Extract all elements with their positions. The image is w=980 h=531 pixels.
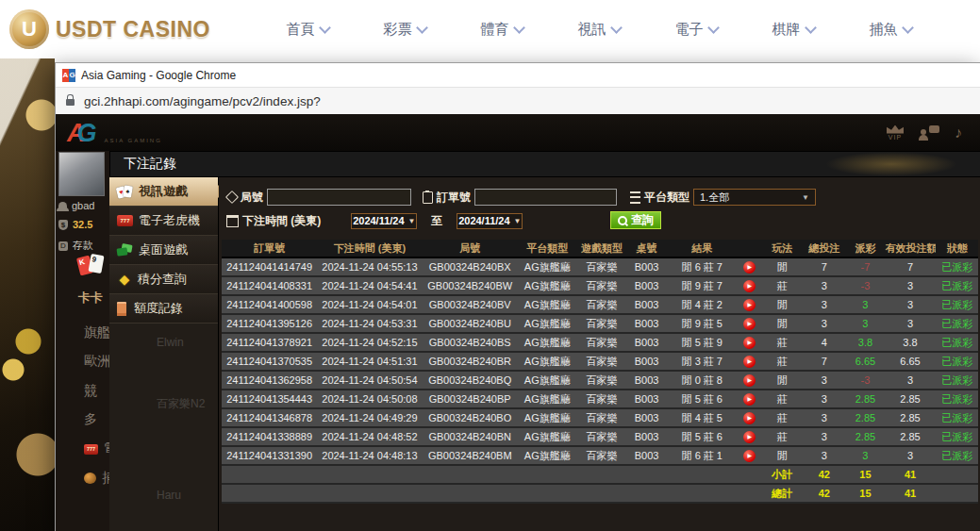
cell-payout: -3 — [846, 371, 885, 390]
play-button[interactable] — [743, 450, 756, 462]
cell-status: 已派彩 — [936, 408, 978, 427]
url-bar[interactable]: gci.2hhapi.com/agingame/pcv2/index.jsp? — [56, 87, 980, 115]
play-button[interactable] — [743, 393, 756, 406]
subtotal-row-game — [577, 465, 627, 484]
support-chat-icon[interactable] — [919, 125, 939, 141]
cell-result: 閒 4 莊 2 — [667, 295, 738, 314]
music-icon[interactable] — [955, 124, 962, 141]
magnifier-icon — [618, 216, 627, 225]
cell-bet: 3 — [803, 276, 847, 295]
cell-platform: AG旗艦廳 — [518, 390, 577, 408]
chevron-down-icon — [417, 22, 429, 34]
cell-game: 百家樂 — [577, 427, 627, 446]
cell-time: 2024-11-24 04:49:29 — [317, 408, 422, 427]
ag-favicon-icon: AG — [62, 69, 75, 82]
cell-play — [738, 295, 762, 314]
cell-result: 閒 9 莊 5 — [667, 314, 738, 333]
cell-time: 2024-11-24 04:53:31 — [317, 314, 422, 333]
cell-valid: 2.85 — [885, 408, 937, 427]
total-row-valid: 41 — [885, 484, 937, 503]
platform-select[interactable]: 1.全部 — [693, 189, 816, 206]
cell-result: 閒 3 莊 7 — [667, 352, 738, 371]
cell-table_no: B003 — [626, 333, 667, 352]
play-button[interactable] — [743, 318, 756, 330]
cell-bet: 7 — [803, 257, 847, 276]
nav-item-3[interactable]: 體育 — [454, 21, 551, 39]
total-row-bet: 42 — [803, 484, 847, 503]
nav-item-6[interactable]: 棋牌 — [745, 21, 842, 39]
search-button[interactable]: 查詢 — [610, 211, 661, 229]
promo-art — [0, 58, 55, 531]
cell-time: 2024-11-24 04:48:13 — [317, 446, 422, 465]
cell-payout: 3 — [846, 314, 885, 333]
sidebar-item-4[interactable]: ◆積分查詢 — [109, 265, 218, 294]
cell-bet: 3 — [803, 427, 847, 446]
cell-method: 莊 — [762, 333, 803, 352]
cell-time: 2024-11-24 04:48:52 — [317, 427, 422, 446]
chevron-down-icon — [708, 22, 721, 34]
ag-logo[interactable]: AG ASIA GAMING — [67, 119, 162, 147]
vip-icon[interactable]: VIP — [887, 125, 904, 141]
sidebar-item-2[interactable]: 777電子老虎機 — [109, 207, 218, 236]
lobby-menu-label: 競 — [84, 383, 97, 400]
sidebar-item-1[interactable]: ♥♠視訊遊戲 — [109, 177, 218, 207]
order-input[interactable] — [474, 189, 617, 206]
sidebar-item-5[interactable]: 額度記錄 — [109, 294, 218, 324]
lobby-menu-item[interactable]: 旗艦 — [84, 324, 110, 341]
window-titlebar[interactable]: AG Asia Gaming - Google Chrome — [56, 63, 980, 87]
cell-time: 2024-11-24 04:50:54 — [317, 371, 422, 390]
total-row-time — [317, 484, 422, 503]
lobby-menu-item[interactable]: 多 — [84, 411, 97, 428]
cell-play — [738, 371, 762, 390]
total-row-order — [222, 484, 317, 503]
lobby-menu-item[interactable]: 競 — [84, 383, 97, 400]
play-button[interactable] — [743, 431, 756, 443]
subtotal-row-method: 小計 — [762, 465, 803, 484]
bet-records-table: 訂單號下注時間 (美東)局號平台類型遊戲類型桌號結果玩法總投注派彩有效投注額狀態… — [222, 240, 978, 504]
logo-badge-icon: U — [9, 9, 49, 49]
round-input[interactable] — [267, 189, 411, 206]
subtotal-row-round — [423, 465, 518, 484]
date-from-select[interactable]: 2024/11/24 — [351, 213, 417, 229]
cell-game: 百家樂 — [577, 257, 627, 276]
nav-item-4[interactable]: 視訊 — [551, 21, 648, 39]
play-button[interactable] — [743, 299, 756, 311]
sidebar-item-3[interactable]: 桌面遊戲 — [109, 236, 218, 265]
date-to-select[interactable]: 2024/11/24 — [457, 213, 523, 229]
cell-status: 已派彩 — [936, 333, 978, 352]
cell-result: 閒 0 莊 8 — [667, 371, 738, 390]
total-row-payout: 15 — [846, 484, 885, 503]
nav-item-label: 電子 — [674, 21, 703, 39]
site-logo[interactable]: U USDT CASINO — [9, 9, 210, 49]
cell-payout: -7 — [846, 257, 885, 276]
cell-method: 閒 — [762, 446, 803, 465]
nav-item-1[interactable]: 首頁 — [259, 21, 357, 39]
column-header: 平台類型 — [518, 240, 577, 257]
cell-order: 241124041354443 — [222, 390, 317, 408]
cell-valid: 3 — [885, 276, 937, 295]
total-row-status — [936, 484, 978, 503]
cell-table_no: B003 — [626, 295, 667, 314]
play-button[interactable] — [743, 374, 756, 387]
total-row-round — [423, 484, 518, 503]
play-button[interactable] — [743, 356, 756, 368]
play-button[interactable] — [743, 261, 756, 274]
cell-order: 241124041395126 — [222, 314, 317, 333]
table-row: 2411240413629582024-11-24 04:50:54GB0032… — [222, 371, 978, 390]
cell-bet: 3 — [803, 408, 847, 427]
cell-play — [738, 352, 762, 371]
play-button[interactable] — [743, 280, 756, 292]
slot-icon — [84, 444, 98, 455]
cell-platform: AG旗艦廳 — [518, 352, 577, 371]
nav-item-7[interactable]: 捕魚 — [842, 21, 939, 39]
nav-item-5[interactable]: 電子 — [648, 21, 745, 39]
nav-item-2[interactable]: 彩票 — [357, 21, 454, 39]
play-button[interactable] — [743, 412, 756, 424]
cell-status: 已派彩 — [936, 295, 978, 314]
cell-platform: AG旗艦廳 — [518, 427, 577, 446]
play-button[interactable] — [743, 337, 756, 349]
chevron-down-icon — [514, 22, 526, 34]
subtotal-row-result — [667, 465, 738, 484]
cell-method: 莊 — [762, 408, 803, 427]
lobby-menu-item[interactable]: 歐洲 — [84, 353, 110, 370]
